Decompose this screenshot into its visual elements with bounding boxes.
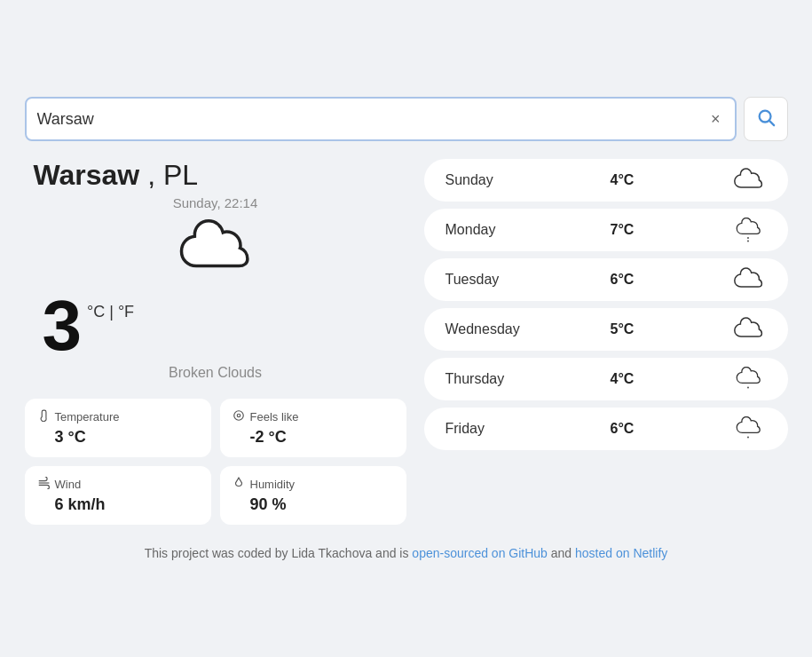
stat-wind-label: Wind [55,478,82,491]
netlify-link[interactable]: hosted on Netlify [575,546,667,560]
forecast-friday: Friday 6°C [424,408,788,450]
svg-line-1 [769,121,774,125]
app-wrapper: × Warsaw , PL Sunday, 22:14 [7,79,806,578]
footer-connector: and [551,546,575,560]
forecast-temp-tuesday: 6°C [611,272,664,288]
forecast-sunday: Sunday 4°C [424,159,788,202]
city-name: Warsaw [34,159,140,191]
datetime: Sunday, 22:14 [25,195,406,210]
stat-humidity-label: Humidity [250,478,296,491]
svg-point-4 [746,237,748,239]
search-container: × [25,97,788,141]
stat-humidity-value: 90 % [250,495,394,514]
stat-temperature-header: Temperature [37,409,199,424]
forecast-wednesday: Wednesday 5°C [424,308,788,351]
clear-button[interactable]: × [707,107,724,132]
city-title: Warsaw , PL [25,159,406,192]
stat-feels-like-value: -2 °C [250,428,394,447]
thermometer-icon [37,409,50,424]
main-content: Warsaw , PL Sunday, 22:14 3 °C | °F Brok… [25,159,788,525]
stat-temperature: Temperature 3 °C [25,399,211,457]
unit-separator: | [109,303,118,321]
forecast-thursday: Thursday 4°C [424,358,788,400]
search-icon [756,107,776,131]
forecast-day-friday: Friday [445,421,543,437]
temperature-row: 3 °C | °F [25,290,406,361]
stat-humidity-header: Humidity [233,477,394,492]
forecast-icon-monday [731,218,767,242]
forecast-icon-thursday [731,367,767,392]
unit-celsius[interactable]: °C [87,303,105,321]
stat-temperature-label: Temperature [55,410,120,423]
stat-feels-like: Feels like -2 °C [220,399,406,457]
weather-icon-main [25,219,406,281]
search-input[interactable] [37,110,707,129]
stat-temperature-value: 3 °C [55,428,199,447]
forecast-day-thursday: Thursday [445,371,543,387]
footer-text: This project was coded by Lida Tkachova … [145,546,413,560]
feels-like-icon [233,409,245,424]
svg-point-3 [237,414,240,417]
current-weather-icon [176,219,256,281]
forecast-icon-tuesday [731,267,767,292]
weather-description: Broken Clouds [25,365,406,381]
country-name: , PL [147,159,198,191]
stat-feels-like-header: Feels like [233,409,394,424]
stat-wind: Wind 6 km/h [25,466,211,525]
wind-icon [37,477,50,492]
left-panel: Warsaw , PL Sunday, 22:14 3 °C | °F Brok… [25,159,406,525]
close-icon: × [711,110,721,129]
forecast-monday: Monday 7°C [424,209,788,251]
stats-grid: Temperature 3 °C Feels like [25,399,406,525]
forecast-icon-wednesday [731,317,767,342]
forecast-day-wednesday: Wednesday [445,321,543,337]
svg-point-5 [746,240,748,241]
forecast-day-monday: Monday [445,222,543,238]
svg-point-7 [746,436,748,438]
search-button[interactable] [744,97,788,141]
humidity-icon [233,477,245,492]
svg-point-2 [233,411,243,421]
forecast-icon-sunday [731,168,767,193]
footer: This project was coded by Lida Tkachova … [25,546,788,560]
forecast-temp-friday: 6°C [611,421,664,437]
right-panel: Sunday 4°C Monday 7°C [424,159,788,525]
forecast-day-tuesday: Tuesday [445,272,543,288]
svg-point-6 [746,386,748,388]
temperature-units: °C | °F [87,303,134,321]
forecast-temp-monday: 7°C [611,222,664,238]
forecast-day-sunday: Sunday [445,172,543,188]
github-link[interactable]: open-sourced on GitHub [412,546,548,560]
forecast-temp-sunday: 4°C [611,172,664,188]
temperature-value: 3 [43,290,83,361]
stat-humidity: Humidity 90 % [220,466,406,525]
search-input-wrapper: × [25,97,737,141]
stat-wind-header: Wind [37,477,199,492]
forecast-temp-wednesday: 5°C [611,321,664,337]
stat-feels-like-label: Feels like [250,410,299,423]
forecast-temp-thursday: 4°C [611,371,664,387]
forecast-tuesday: Tuesday 6°C [424,258,788,301]
stat-wind-value: 6 km/h [55,495,199,514]
unit-fahrenheit[interactable]: °F [118,303,134,321]
forecast-icon-friday [731,416,767,441]
